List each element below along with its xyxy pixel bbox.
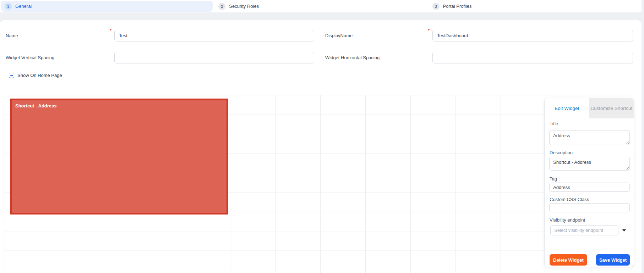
- custom-css-class-label: Custom CSS Class: [550, 197, 589, 202]
- tag-label: Tag: [550, 176, 557, 182]
- visibility-endpoint-select[interactable]: [550, 225, 618, 235]
- widget-vertical-spacing-label: Widget Vertical Spacing: [6, 52, 54, 63]
- show-on-home-page-label: Show On Home Page: [17, 73, 62, 78]
- description-resize-area: [549, 157, 630, 171]
- tab-customize-shortcut[interactable]: Customize Shortcut: [589, 98, 634, 118]
- dashboard-widget-shortcut-address[interactable]: Shortcut - Address: [10, 99, 228, 214]
- chevron-down-icon[interactable]: [622, 229, 626, 232]
- step-number-badge: 1: [5, 3, 12, 10]
- tab-portal-profiles-label: Portal Profiles: [443, 4, 472, 9]
- widget-vertical-spacing-input[interactable]: [114, 52, 314, 63]
- tab-edit-widget[interactable]: Edit Widget: [545, 98, 589, 118]
- general-settings-card: Name DisplayName Widget Vertical Spacing…: [0, 20, 642, 273]
- tab-security-roles[interactable]: 2 Security Roles: [215, 1, 426, 12]
- title-resize-area: [549, 130, 630, 145]
- indeterminate-dash-icon: [10, 75, 13, 76]
- resize-grip-icon[interactable]: [625, 140, 629, 144]
- resize-grip-icon[interactable]: [625, 166, 629, 169]
- tab-general-label: General: [15, 4, 32, 9]
- show-on-home-page-checkbox[interactable]: [9, 73, 14, 78]
- visibility-endpoint-label: Visibility endpoint: [550, 217, 585, 223]
- delete-widget-button[interactable]: Delete Widget: [550, 254, 587, 266]
- display-name-input[interactable]: [432, 30, 633, 41]
- custom-css-class-input[interactable]: [549, 203, 630, 212]
- display-name-label: DisplayName: [325, 30, 353, 41]
- step-number-badge: 3: [432, 3, 440, 10]
- title-label: Title: [550, 121, 558, 126]
- name-required-dot: [110, 29, 111, 30]
- name-label: Name: [6, 30, 18, 41]
- display-name-required-dot: [428, 29, 430, 30]
- save-widget-button[interactable]: Save Widget: [596, 254, 630, 266]
- tab-portal-profiles[interactable]: 3 Portal Profiles: [429, 1, 640, 12]
- show-on-home-page-row: Show On Home Page: [9, 73, 62, 78]
- edit-widget-panel: Edit Widget Customize Shortcut Title Add…: [544, 98, 634, 267]
- step-number-badge: 2: [218, 3, 225, 10]
- widget-horizontal-spacing-label: Widget Horizontal Spacing: [325, 52, 380, 63]
- widget-title: Shortcut - Address: [12, 100, 227, 111]
- step-tab-bar: 1 General 2 Security Roles 3 Portal Prof…: [0, 0, 642, 12]
- tab-general[interactable]: 1 General: [1, 1, 213, 12]
- widget-horizontal-spacing-input[interactable]: [432, 52, 633, 63]
- name-input[interactable]: [114, 30, 314, 41]
- tag-input[interactable]: [549, 183, 630, 192]
- section-divider: [6, 88, 634, 88]
- tab-security-roles-label: Security Roles: [229, 4, 259, 9]
- panel-tab-bar: Edit Widget Customize Shortcut: [545, 98, 634, 118]
- description-label: Description: [550, 150, 573, 155]
